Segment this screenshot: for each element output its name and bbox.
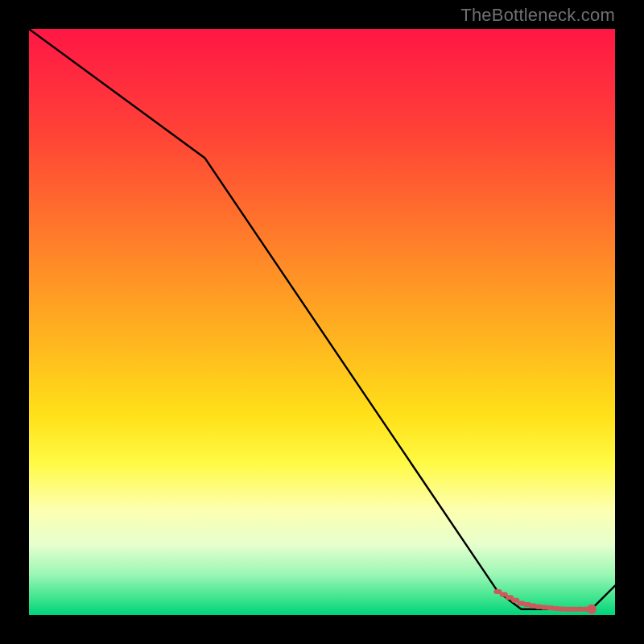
watermark-text: TheBottleneck.com xyxy=(460,5,615,26)
highlight-markers xyxy=(493,589,597,614)
chart-frame: TheBottleneck.com xyxy=(0,0,644,644)
bottleneck-curve xyxy=(29,29,615,609)
highlight-end-dot xyxy=(587,605,597,614)
plot-area xyxy=(29,29,615,615)
chart-overlay xyxy=(29,29,615,615)
